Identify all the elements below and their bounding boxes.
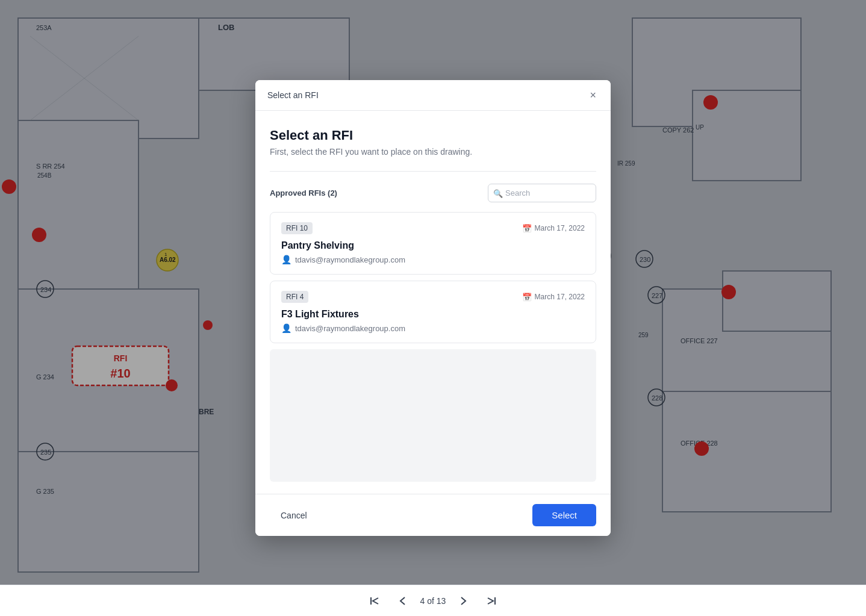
modal-title: Select an RFI	[270, 128, 596, 143]
cancel-button[interactable]: Cancel	[270, 505, 318, 526]
list-spacer	[270, 349, 596, 482]
rfi-date-text: March 17, 2022	[535, 293, 585, 301]
select-button[interactable]: Select	[532, 504, 596, 526]
rfi-date-text: March 17, 2022	[535, 224, 585, 232]
rfi-author: 👤 tdavis@raymondlakegroup.com	[281, 323, 585, 333]
calendar-icon: 📅	[522, 224, 532, 233]
modal-header-bar-title: Select an RFI	[267, 90, 319, 100]
rfi-badge: RFI 10	[281, 222, 313, 234]
rfi-date: 📅 March 17, 2022	[522, 293, 585, 302]
first-page-button[interactable]	[365, 594, 384, 608]
rfi-item[interactable]: RFI 4 📅 March 17, 2022 F3 Light Fixtures…	[270, 281, 596, 343]
user-icon: 👤	[281, 323, 291, 333]
approved-rfis-label: Approved RFIs (2)	[270, 188, 337, 198]
rfi-item[interactable]: RFI 10 📅 March 17, 2022 Pantry Shelving …	[270, 212, 596, 275]
user-icon: 👤	[281, 255, 291, 264]
modal-header-bar: Select an RFI ×	[255, 80, 611, 111]
select-rfi-modal: Select an RFI × Select an RFI First, sel…	[255, 80, 611, 536]
modal-body: Select an RFI First, select the RFI you …	[255, 111, 611, 494]
search-wrapper: 🔍	[488, 184, 596, 202]
rfi-date: 📅 March 17, 2022	[522, 224, 585, 233]
prev-page-button[interactable]	[394, 594, 411, 608]
modal-overlay: Select an RFI × Select an RFI First, sel…	[0, 0, 866, 616]
rfi-name: F3 Light Fixtures	[281, 309, 585, 320]
next-page-button[interactable]	[455, 594, 472, 608]
bottom-navigation-bar: 4 of 13	[0, 585, 866, 616]
rfi-author-text: tdavis@raymondlakegroup.com	[295, 324, 405, 333]
filter-row: Approved RFIs (2) 🔍	[270, 184, 596, 202]
calendar-icon: 📅	[522, 293, 532, 302]
modal-footer: Cancel Select	[255, 494, 611, 536]
divider	[270, 171, 596, 172]
search-input[interactable]	[488, 184, 596, 202]
search-icon: 🔍	[493, 188, 503, 198]
rfi-item-top: RFI 10 📅 March 17, 2022	[281, 222, 585, 234]
modal-subtitle: First, select the RFI you want to place …	[270, 147, 596, 157]
close-button[interactable]: ×	[587, 89, 599, 102]
rfi-list: RFI 10 📅 March 17, 2022 Pantry Shelving …	[270, 212, 596, 343]
rfi-author: 👤 tdavis@raymondlakegroup.com	[281, 255, 585, 264]
rfi-badge: RFI 4	[281, 291, 308, 303]
last-page-button[interactable]	[482, 594, 501, 608]
rfi-name: Pantry Shelving	[281, 240, 585, 251]
rfi-author-text: tdavis@raymondlakegroup.com	[295, 255, 405, 264]
page-indicator: 4 of 13	[420, 596, 446, 606]
rfi-item-top: RFI 4 📅 March 17, 2022	[281, 291, 585, 303]
